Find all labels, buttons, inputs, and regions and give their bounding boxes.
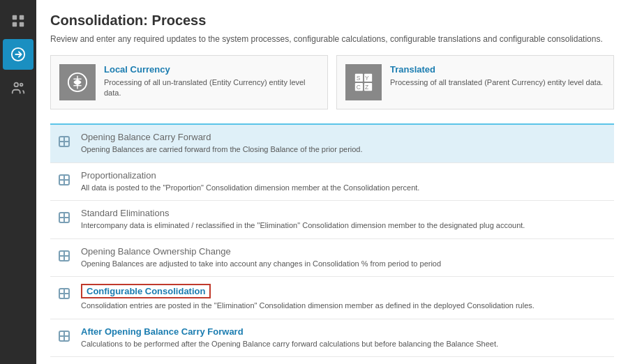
process-content-opening-balance: Opening Balance Carry Forward Opening Ba… [81, 132, 363, 156]
svg-text:C: C [357, 84, 361, 91]
sidebar [0, 0, 36, 364]
main-content: Consolidation: Process Review and enter … [36, 0, 628, 364]
sidebar-item-people[interactable] [3, 73, 33, 103]
svg-rect-1 [20, 15, 24, 20]
process-item-configurable-consolidation[interactable]: Configurable Consolidation Consolidation… [50, 277, 614, 319]
translated-card[interactable]: S Y C Z Translated Processing of all tra… [336, 55, 614, 109]
process-icon-standard-eliminations [56, 209, 73, 226]
process-content-opening-balance-ownership: Opening Balance Ownership Change Opening… [81, 246, 441, 270]
svg-point-5 [15, 83, 19, 87]
process-icon-opening-balance-ownership [56, 248, 73, 264]
process-title-opening-balance-ownership: Opening Balance Ownership Change [81, 246, 441, 257]
process-desc-after-opening-balance: Calculations to be performed after the O… [81, 338, 498, 350]
svg-rect-3 [20, 22, 24, 26]
process-desc-proportionalization: All data is posted to the "Proportion" C… [81, 182, 419, 194]
local-currency-desc: Processing of all un-translated (Entity … [104, 77, 319, 99]
process-content-configurable-consolidation: Configurable Consolidation Consolidation… [81, 284, 534, 312]
cards-row: Local Currency Processing of all un-tran… [50, 55, 614, 109]
local-currency-title: Local Currency [104, 64, 319, 75]
process-item-opening-balance[interactable]: Opening Balance Carry Forward Opening Ba… [50, 125, 614, 163]
process-desc-opening-balance-ownership: Opening Balances are adjusted to take in… [81, 258, 441, 270]
translated-icon: S Y C Z [345, 64, 382, 100]
process-desc-configurable-consolidation: Consolidation entries are posted in the … [81, 300, 534, 312]
process-icon-proportionalization [56, 172, 73, 188]
process-content-after-opening-balance: After Opening Balance Carry Forward Calc… [81, 326, 498, 350]
process-content-proportionalization: Proportionalization All data is posted t… [81, 170, 419, 194]
process-icon-configurable-consolidation [56, 285, 73, 302]
process-list: Opening Balance Carry Forward Opening Ba… [50, 123, 614, 357]
svg-text:Y: Y [365, 75, 369, 82]
process-title-opening-balance: Opening Balance Carry Forward [81, 132, 363, 142]
process-item-standard-eliminations[interactable]: Standard Eliminations Intercompany data … [50, 201, 614, 239]
process-title-proportionalization: Proportionalization [81, 170, 419, 181]
svg-text:S: S [357, 75, 361, 82]
process-content-standard-eliminations: Standard Eliminations Intercompany data … [81, 208, 525, 232]
local-currency-content: Local Currency Processing of all un-tran… [104, 64, 319, 99]
translated-title: Translated [390, 64, 603, 75]
svg-text:Z: Z [365, 84, 368, 91]
process-icon-after-opening-balance [56, 328, 73, 344]
process-item-after-opening-balance[interactable]: After Opening Balance Carry Forward Calc… [50, 319, 614, 358]
process-title-after-opening-balance[interactable]: After Opening Balance Carry Forward [81, 326, 498, 337]
sidebar-item-navigate[interactable] [3, 39, 33, 70]
local-currency-card[interactable]: Local Currency Processing of all un-tran… [50, 55, 328, 109]
page-description: Review and enter any required updates to… [50, 33, 614, 45]
svg-rect-0 [13, 15, 17, 20]
svg-point-6 [20, 84, 23, 86]
process-title-configurable-consolidation[interactable]: Configurable Consolidation [81, 284, 211, 298]
local-currency-icon [59, 64, 96, 100]
process-icon-opening-balance [56, 133, 73, 150]
process-desc-standard-eliminations: Intercompany data is eliminated / reclas… [81, 220, 525, 232]
translated-content: Translated Processing of all translated … [390, 64, 603, 88]
translated-desc: Processing of all translated (Parent Cur… [390, 77, 603, 88]
process-item-opening-balance-ownership[interactable]: Opening Balance Ownership Change Opening… [50, 239, 614, 278]
page-title: Consolidation: Process [50, 13, 614, 29]
process-title-standard-eliminations: Standard Eliminations [81, 208, 525, 218]
sidebar-item-apps[interactable] [3, 6, 33, 36]
svg-rect-2 [13, 22, 17, 26]
process-desc-opening-balance: Opening Balances are carried forward fro… [81, 144, 363, 156]
process-item-proportionalization[interactable]: Proportionalization All data is posted t… [50, 163, 614, 202]
